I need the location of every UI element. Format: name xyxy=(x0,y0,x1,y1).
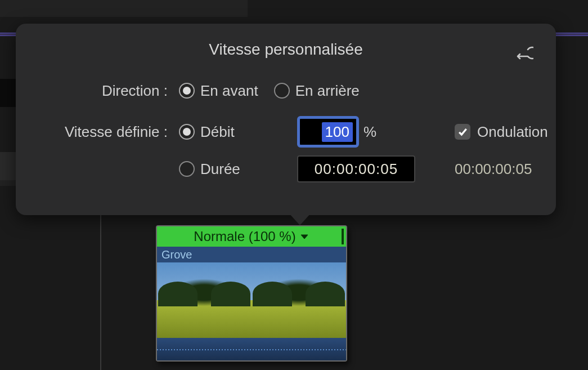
direction-label: Direction : xyxy=(38,82,179,100)
checkbox-label: Ondulation xyxy=(477,123,548,141)
background-strip xyxy=(0,152,17,180)
radio-label: Durée xyxy=(200,161,240,178)
radio-label: En avant xyxy=(200,82,258,100)
clip-audio-waveform xyxy=(157,338,346,360)
ripple-checkbox[interactable]: Ondulation xyxy=(443,123,578,141)
clip-speed-label: Normale (100 %) xyxy=(194,229,295,244)
direction-reverse-radio[interactable]: En arrière xyxy=(274,82,360,100)
direction-forward-radio[interactable]: En avant xyxy=(179,82,258,100)
direction-row: Direction : En avant En arrière xyxy=(38,75,533,106)
radio-label: En arrière xyxy=(295,82,360,100)
reset-button[interactable] xyxy=(514,46,533,65)
duration-row: Durée 00:00:00:05 00:00:00:05 xyxy=(38,155,533,182)
timeline-clip[interactable]: Normale (100 %) Grove xyxy=(156,225,347,362)
clip-thumbnail xyxy=(252,262,346,338)
background-strip xyxy=(0,180,17,186)
radio-label: Débit xyxy=(200,123,235,141)
popover-title: Vitesse personnalisée xyxy=(38,41,533,59)
duration-input[interactable]: 00:00:00:05 xyxy=(297,155,415,182)
set-speed-rate-radio[interactable]: Débit xyxy=(179,123,297,141)
clip-speed-header[interactable]: Normale (100 %) xyxy=(157,226,346,247)
set-speed-label: Vitesse définie : xyxy=(38,123,179,141)
check-icon xyxy=(457,126,468,137)
background-strip xyxy=(0,0,248,17)
set-speed-duration-radio[interactable]: Durée xyxy=(179,161,297,178)
radio-icon xyxy=(274,83,290,99)
radio-icon xyxy=(179,161,195,177)
rate-value: 100 xyxy=(322,122,353,142)
duration-display: 00:00:00:05 xyxy=(443,161,578,178)
custom-speed-popover: Vitesse personnalisée Direction : En ava… xyxy=(16,24,556,215)
rate-input[interactable]: 100 xyxy=(297,116,359,148)
clip-name-bar: Grove xyxy=(157,247,346,262)
rate-row: Vitesse définie : Débit 100 % Ondulation xyxy=(38,116,533,148)
checkbox-icon xyxy=(455,124,470,140)
clip-thumbnails xyxy=(157,262,346,338)
radio-icon xyxy=(179,124,195,140)
undo-icon xyxy=(514,46,533,65)
radio-icon xyxy=(179,83,195,99)
clip-name: Grove xyxy=(161,248,192,261)
clip-thumbnail xyxy=(157,262,252,338)
rate-input-wrap: 100 % xyxy=(297,116,443,148)
direction-radio-group: En avant En arrière xyxy=(179,82,360,100)
percent-sign: % xyxy=(363,123,376,141)
chevron-down-icon xyxy=(299,231,309,242)
